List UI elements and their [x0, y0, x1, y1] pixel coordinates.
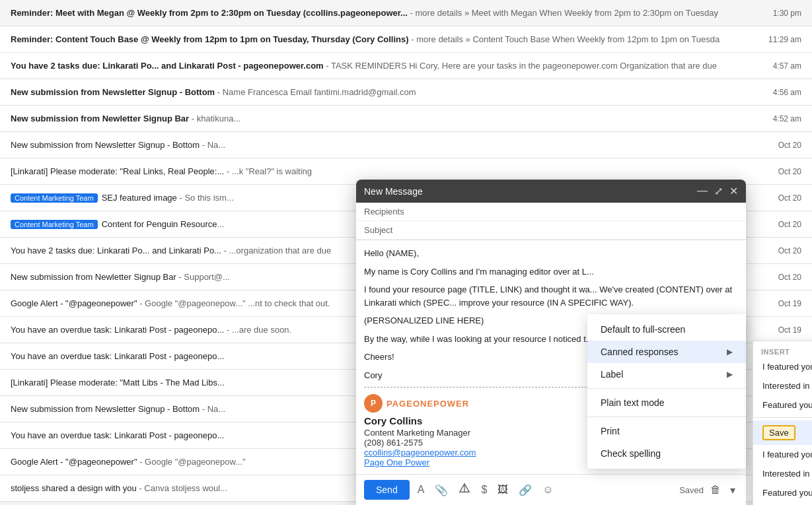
email-time: Oct 19	[778, 325, 801, 335]
modal-header: New Message — ⤢ ✕	[356, 180, 746, 203]
email-row[interactable]: New submission from Newsletter Signup - …	[0, 79, 812, 106]
email-row[interactable]: You have 2 tasks due: Linkarati Po... an…	[0, 53, 812, 79]
email-subject-text: [Linkarati] Please moderate: "Matt Libs …	[11, 378, 225, 387]
delete-draft-icon[interactable]: 🗑	[708, 481, 723, 498]
email-time: Oct 19	[778, 299, 801, 308]
email-subject-text: Google Alert - "@pageonepower"	[11, 457, 137, 467]
modal-body[interactable]: Hello (NAME), My name is Cory Collins an…	[356, 240, 746, 474]
body-line-5: By the way, while I was looking at your …	[364, 333, 738, 346]
email-time: Oct 16	[778, 457, 801, 467]
email-time: Oct 17	[778, 431, 801, 440]
more-options-icon[interactable]: ▾	[727, 481, 738, 499]
signature-logo: P PAGEONEPOWER	[364, 394, 738, 413]
emoji-icon[interactable]: ☺	[540, 481, 556, 498]
email-time: 1:30 pm	[773, 9, 801, 18]
email-subject: Reminder: Content Touch Base @ Weekly fr…	[11, 34, 762, 44]
email-subject-text: Reminder: Content Touch Base @ Weekly fr…	[11, 34, 409, 44]
email-row[interactable]: New submission from Newsletter Signup - …	[0, 132, 812, 158]
minimize-button[interactable]: —	[697, 185, 708, 197]
email-subject-text: Reminder: Meet with Megan @ Weekly from …	[11, 8, 408, 18]
email-subject-text: SEJ featured image	[102, 193, 177, 203]
body-line-1: Hello (NAME),	[364, 247, 738, 260]
body-line-6: Cheers!	[364, 351, 738, 364]
email-time: Oct 20	[778, 141, 801, 150]
email-subject-text: New submission from Newsletter Signup - …	[11, 140, 200, 150]
email-preview: - more details » Content Touch Base When…	[409, 34, 720, 44]
sig-name: Cory Collins	[364, 415, 738, 426]
expand-button[interactable]: ⤢	[714, 185, 723, 197]
email-time: Oct 17	[778, 378, 801, 387]
email-time: 4:57 am	[773, 61, 801, 71]
email-preview: - So this ism...	[177, 193, 234, 203]
divider	[364, 387, 738, 387]
money-icon[interactable]: $	[478, 481, 490, 498]
signature-block: P PAGEONEPOWER Cory Collins Content Mark…	[364, 394, 738, 467]
logo-initial: P	[371, 399, 376, 408]
email-preview: ...	[217, 219, 225, 229]
email-subject: New submission from Newletter Signup Bar…	[11, 114, 766, 123]
email-time: Oct 20	[778, 220, 801, 229]
logo-text: PAGEONEPOWER	[387, 399, 469, 409]
email-subject-text: Google Alert - "@pageonepower"	[11, 298, 137, 308]
body-line-3: I found your resource page (TITLE, LINK)…	[364, 283, 738, 309]
email-time: Oct 16	[778, 484, 801, 493]
close-button[interactable]: ✕	[729, 185, 738, 197]
email-time: 11:29 am	[768, 35, 801, 44]
email-preview: - Google "@pageonepow..."	[137, 457, 246, 467]
drive-icon[interactable]	[456, 480, 473, 500]
subject-field[interactable]: Subject	[356, 221, 746, 240]
sig-phone: (208) 861-2575	[364, 438, 738, 448]
email-subject-text: You have an overdue task: Linkarati Post…	[11, 430, 224, 440]
attach-file-icon[interactable]: 📎	[432, 481, 451, 499]
email-subject-text: You have an overdue task: Linkarati Post…	[11, 351, 224, 361]
sig-email: ccollins@pageonepower.com	[364, 448, 738, 457]
email-subject: Reminder: Meet with Megan @ Weekly from …	[11, 8, 766, 18]
email-time: Oct 20	[778, 167, 801, 176]
body-line-2: My name is Cory Collins and I'm managing…	[364, 265, 738, 279]
body-line-4: (PERSONALIZED LINE HERE)	[364, 314, 738, 327]
email-preview: - Canva stoljess woul...	[137, 483, 227, 493]
email-preview: - ...are due soon.	[224, 325, 291, 335]
modal-footer: Send A 📎 $ 🖼 🔗 ☺ Saved 🗑 ▾	[356, 474, 746, 505]
email-subject: New submission from Newsletter Signup - …	[11, 140, 772, 150]
send-button[interactable]: Send	[364, 480, 410, 500]
email-preview: - Support@...	[176, 272, 230, 282]
email-subject-text: You have 2 tasks due: Linkarati Po... an…	[11, 246, 221, 255]
email-subject-text: New submission from Newletter Signup Bar	[11, 272, 176, 282]
footer-right: Saved 🗑 ▾	[679, 481, 738, 499]
email-preview: - ...k "Real?" is waiting	[224, 166, 312, 176]
modal-fields: Recipients Subject	[356, 203, 746, 240]
email-subject-text: Content for Penguin Resource	[102, 219, 217, 229]
saved-label: Saved	[679, 485, 704, 495]
email-time: 4:56 am	[773, 88, 801, 97]
email-preview: - ...organization that are due	[221, 246, 331, 255]
email-subject-text: New submission from Newletter Signup Bar	[11, 114, 189, 123]
email-subject-text: You have an overdue task: Linkarati Post…	[11, 325, 224, 335]
email-row[interactable]: Reminder: Meet with Megan @ Weekly from …	[0, 0, 812, 26]
email-subject-text: New submission from Newsletter Signup - …	[11, 87, 215, 97]
photo-icon[interactable]: 🖼	[495, 481, 511, 498]
sig-website: Page One Power	[364, 457, 738, 467]
link-icon[interactable]: 🔗	[516, 481, 535, 499]
email-subject-text: You have 2 tasks due: Linkarati Po... an…	[11, 61, 324, 71]
email-preview: - Na...	[200, 140, 225, 150]
email-time: Oct 20	[778, 273, 801, 282]
email-preview: - Name Francesca Email fantimi.madrid@gm…	[215, 87, 416, 97]
email-time: Oct 20	[778, 193, 801, 203]
email-tag: Content Marketing Team	[11, 220, 98, 229]
email-row[interactable]: Reminder: Content Touch Base @ Weekly fr…	[0, 26, 812, 53]
email-subject-text: New submission from Newsletter Signup - …	[11, 404, 200, 414]
email-subject: [Linkarati] Please moderate: "Real Links…	[11, 166, 772, 176]
email-time: Oct 17	[778, 405, 801, 414]
email-time: Oct 18	[778, 352, 801, 361]
recipients-field[interactable]: Recipients	[356, 203, 746, 221]
email-tag: Content Marketing Team	[11, 193, 98, 203]
email-subject: You have 2 tasks due: Linkarati Po... an…	[11, 61, 766, 71]
sig-title: Content Marketing Manager	[364, 428, 738, 438]
email-subject-text: stoljess shared a design with you	[11, 483, 137, 493]
email-preview: - Google "@pageonepow..." ...nt to check…	[137, 298, 330, 308]
new-message-modal[interactable]: New Message — ⤢ ✕ Recipients Subject Hel…	[356, 180, 746, 505]
format-text-icon[interactable]: A	[415, 481, 427, 498]
email-time: 4:52 am	[773, 114, 801, 123]
email-row[interactable]: New submission from Newletter Signup Bar…	[0, 106, 812, 132]
